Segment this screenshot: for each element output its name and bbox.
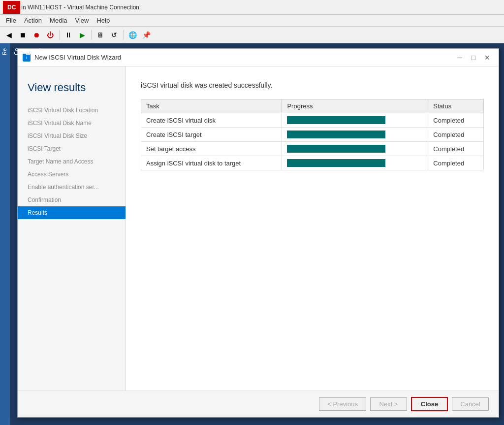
toolbar-network[interactable]: 🌐 (126, 29, 138, 41)
table-row: Create iSCSI targetCompleted (141, 128, 484, 142)
nav-enable-auth: Enable authentication ser... (18, 181, 126, 194)
maximize-button[interactable]: □ (467, 51, 480, 64)
progress-bar-fill (287, 159, 385, 167)
table-row: Assign iSCSI virtual disk to targetCompl… (141, 156, 484, 170)
task-cell: Create iSCSI target (141, 128, 282, 142)
menu-file[interactable]: File (2, 16, 20, 25)
success-message: iSCSI virtual disk was created successfu… (141, 81, 484, 89)
wizard-title-bar: i New iSCSI Virtual Disk Wizard ─ □ ✕ (18, 49, 499, 66)
toolbar-sep3 (123, 30, 124, 40)
toolbar-refresh[interactable]: ↺ (108, 29, 120, 41)
status-cell: Completed (428, 128, 484, 142)
nav-iscsi-location: iSCSI Virtual Disk Location (18, 104, 126, 117)
results-table: Task Progress Status Create iSCSI virtua… (141, 99, 484, 170)
toolbar-play[interactable]: ▶ (76, 29, 88, 41)
nav-iscsi-target: iSCSI Target (18, 142, 126, 155)
menu-help[interactable]: Help (93, 16, 114, 25)
menu-action[interactable]: Action (20, 16, 46, 25)
task-cell: Set target access (141, 142, 282, 156)
progress-cell (282, 113, 428, 128)
nav-target-name: Target Name and Access (18, 155, 126, 168)
next-button[interactable]: Next > (370, 397, 407, 411)
progress-bar-container (287, 116, 385, 124)
progress-bar-container (287, 131, 385, 138)
menu-media[interactable]: Media (46, 16, 71, 25)
progress-bar-fill (287, 145, 385, 153)
outer-area: ReCoENeSh i New iSCSI Virtual Disk Wizar… (0, 43, 504, 425)
toolbar: ◀ ⏹ ⏺ ⏻ ⏸ ▶ 🖥 ↺ 🌐 📌 (0, 27, 504, 43)
toolbar-record[interactable]: ⏺ (31, 29, 42, 41)
task-cell: Assign iSCSI virtual disk to target (141, 156, 282, 170)
toolbar-screen[interactable]: 🖥 (94, 29, 106, 41)
left-panel-text: ReCoENeSh (0, 43, 50, 60)
close-button[interactable]: ✕ (481, 51, 494, 64)
col-progress: Progress (282, 99, 428, 113)
menu-view[interactable]: View (71, 16, 93, 25)
toolbar-pause[interactable]: ⏸ (63, 29, 74, 41)
status-cell: Completed (428, 156, 484, 170)
progress-cell (282, 156, 428, 170)
table-row: Set target accessCompleted (141, 142, 484, 156)
window-controls: ─ □ ✕ (453, 51, 494, 64)
toolbar-stop[interactable]: ⏹ (17, 29, 29, 41)
task-cell: Create iSCSI virtual disk (141, 113, 282, 128)
dc-label: DC (4, 2, 19, 13)
window-title: in WIN11HOST - Virtual Machine Connectio… (21, 4, 500, 11)
title-bar: DC in WIN11HOST - Virtual Machine Connec… (0, 0, 504, 15)
nav-access-servers: Access Servers (18, 168, 126, 181)
previous-button[interactable]: < Previous (319, 397, 366, 411)
status-cell: Completed (428, 113, 484, 128)
nav-confirmation: Confirmation (18, 194, 126, 206)
wizard-footer: < Previous Next > Close Cancel (18, 391, 499, 417)
progress-bar-fill (287, 116, 385, 124)
table-row: Create iSCSI virtual diskCompleted (141, 113, 484, 128)
wizard-body: View results iSCSI Virtual Disk Location… (18, 66, 499, 391)
menu-bar: File Action Media View Help (0, 15, 504, 27)
col-status: Status (428, 99, 484, 113)
progress-bar-fill (287, 131, 385, 138)
minimize-button[interactable]: ─ (453, 51, 466, 64)
nav-iscsi-size: iSCSI Virtual Disk Size (18, 130, 126, 142)
status-cell: Completed (428, 142, 484, 156)
nav-results: Results (18, 206, 126, 219)
progress-cell (282, 142, 428, 156)
toolbar-back[interactable]: ◀ (3, 29, 15, 41)
progress-bar-container (287, 159, 385, 167)
toolbar-power[interactable]: ⏻ (44, 29, 56, 41)
wizard-heading: View results (18, 76, 126, 104)
progress-cell (282, 128, 428, 142)
toolbar-sep1 (59, 30, 60, 40)
progress-bar-container (287, 145, 385, 153)
toolbar-pin[interactable]: 📌 (140, 29, 152, 41)
wizard-content: iSCSI virtual disk was created successfu… (126, 66, 499, 391)
cancel-button[interactable]: Cancel (452, 397, 489, 411)
close-button[interactable]: Close (411, 397, 448, 411)
toolbar-sep2 (91, 30, 92, 40)
col-task: Task (141, 99, 282, 113)
nav-iscsi-name: iSCSI Virtual Disk Name (18, 117, 126, 130)
wizard-window: i New iSCSI Virtual Disk Wizard ─ □ ✕ Vi… (17, 48, 499, 418)
wizard-nav: View results iSCSI Virtual Disk Location… (18, 66, 126, 391)
left-panel: ReCoENeSh (0, 43, 10, 425)
